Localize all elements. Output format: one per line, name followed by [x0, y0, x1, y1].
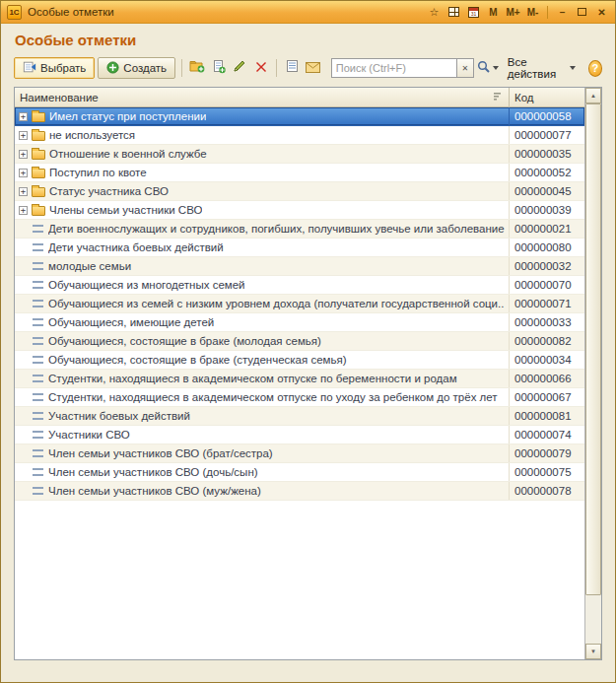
list-main: Наименование Код Имел статус при поступл… [15, 88, 584, 659]
row-code: 000000033 [509, 313, 584, 331]
maximize-button[interactable] [575, 5, 589, 20]
row-code: 000000082 [509, 332, 584, 350]
favorites-star-icon[interactable] [427, 5, 442, 20]
memory-mplus-button[interactable]: M+ [506, 5, 520, 20]
row-name-cell: Участники СВО [15, 426, 509, 444]
row-name: Статус участника СВО [49, 185, 169, 197]
create-button[interactable]: Создать [98, 57, 175, 79]
scroll-up-arrow-icon[interactable] [585, 88, 601, 103]
table-row[interactable]: Студентки, находящиеся в академическом о… [15, 370, 584, 388]
row-code: 000000021 [509, 220, 584, 238]
row-code: 000000074 [509, 426, 584, 444]
calendar-icon[interactable]: 31 [466, 5, 481, 20]
column-code-label: Код [514, 92, 534, 103]
table-row[interactable]: Участник боевых действий000000081 [15, 407, 584, 426]
select-button-label: Выбрать [40, 62, 86, 74]
create-copy-button[interactable] [209, 57, 228, 79]
item-icon [33, 375, 43, 382]
expand-spacer [19, 412, 28, 421]
table-row[interactable]: Обучающиеся, имеющие детей000000033 [15, 313, 584, 332]
search-input[interactable] [331, 58, 457, 78]
column-name-label: Наименование [20, 92, 489, 103]
table-row[interactable]: Член семьи участников СВО (муж/жена)0000… [15, 482, 584, 501]
table-row[interactable]: Отношение к военной службе000000035 [15, 145, 584, 164]
titlebar[interactable]: 1С Особые отметки 31 M M+ M- [1, 1, 615, 24]
row-name-cell: Член семьи участников СВО (муж/жена) [15, 482, 509, 500]
calculator-icon[interactable] [446, 5, 461, 20]
folder-plus-icon [189, 59, 205, 77]
memory-m-button[interactable]: M [486, 5, 501, 20]
app-logo-icon: 1С [7, 5, 22, 20]
row-name: Отношение к военной службе [49, 148, 207, 160]
scrollbar-thumb[interactable] [585, 103, 601, 595]
item-icon [33, 468, 43, 476]
table-row[interactable]: Дети участника боевых действий000000080 [15, 239, 584, 257]
expand-icon[interactable] [19, 131, 28, 140]
titlebar-divider [547, 6, 548, 19]
expand-icon[interactable] [19, 169, 28, 177]
magnifier-icon [477, 59, 490, 77]
memory-mminus-button[interactable]: M- [525, 5, 540, 20]
row-name: Член семьи участников СВО (дочь/сын) [48, 466, 258, 478]
chevron-down-icon [493, 66, 499, 70]
table-row[interactable]: не используется000000077 [15, 126, 584, 145]
row-name: Дети военнослужащих и сотрудников, погиб… [48, 223, 505, 235]
row-name-cell: Член семьи участников СВО (брат/сестра) [15, 444, 509, 462]
list-output-button[interactable] [283, 57, 302, 79]
table-row[interactable]: молодые семьи000000032 [15, 257, 584, 276]
table-row[interactable]: Студентки, находящиеся в академическом о… [15, 388, 584, 407]
table-row[interactable]: Член семьи участников СВО (брат/сестра)0… [15, 444, 584, 463]
table-row[interactable]: Обучающиеся, состоящие в браке (студенче… [15, 351, 584, 370]
table-row[interactable]: Поступил по квоте000000052 [15, 164, 584, 182]
folder-icon [32, 150, 45, 160]
table-row[interactable]: Имел статус при поступлении000000058 [15, 107, 584, 126]
sort-icon[interactable] [493, 91, 504, 103]
row-name-cell: Имел статус при поступлении [15, 107, 509, 125]
edit-button[interactable] [231, 57, 249, 79]
expand-icon[interactable] [19, 150, 28, 159]
table-row[interactable]: Обучающиеся из семей с низким уровнем до… [15, 295, 584, 313]
table-row[interactable]: Обучающиеся, состоящие в браке (молодая … [15, 332, 584, 351]
envelope-icon [306, 59, 320, 77]
table-row[interactable]: Члены семьи участники СВО000000039 [15, 201, 584, 220]
row-code: 000000080 [509, 239, 584, 256]
table-row[interactable]: Статус участника СВО000000045 [15, 182, 584, 201]
all-actions-button[interactable]: Все действия [502, 57, 582, 79]
table-row[interactable]: Член семьи участников СВО (дочь/сын)0000… [15, 463, 584, 482]
create-button-label: Создать [123, 62, 167, 74]
table-row[interactable]: Участники СВО000000074 [15, 426, 584, 444]
row-name-cell: Дети участника боевых действий [15, 239, 509, 256]
help-button[interactable]: ? [588, 60, 602, 77]
mail-button[interactable] [304, 57, 322, 79]
row-name-cell: не используется [15, 126, 509, 144]
folder-icon [32, 206, 45, 216]
scroll-down-arrow-icon[interactable] [585, 644, 601, 659]
row-name-cell: молодые семьи [15, 257, 509, 275]
vertical-scrollbar[interactable] [584, 88, 601, 659]
expand-icon[interactable] [19, 112, 28, 121]
create-group-button[interactable] [188, 57, 207, 79]
scrollbar-track[interactable] [585, 103, 601, 644]
close-button[interactable] [594, 5, 609, 20]
expand-spacer [19, 487, 28, 496]
expand-icon[interactable] [19, 206, 28, 215]
table-row[interactable]: Дети военнослужащих и сотрудников, погиб… [15, 220, 584, 239]
app-window: 1С Особые отметки 31 M M+ M- Особые отме… [0, 0, 616, 683]
item-icon [33, 431, 43, 439]
expand-spacer [19, 431, 28, 440]
row-code: 000000079 [509, 444, 584, 462]
minimize-button[interactable] [555, 5, 570, 20]
delete-button[interactable] [251, 57, 270, 79]
row-name-cell: Поступил по квоте [15, 164, 509, 181]
select-button[interactable]: Выбрать [14, 57, 95, 79]
column-header-name[interactable]: Наименование [15, 88, 509, 106]
table-row[interactable]: Обучающиеся из многодетных семей00000007… [15, 276, 584, 295]
expand-spacer [19, 449, 28, 458]
search-options-button[interactable] [477, 57, 499, 79]
document-icon [286, 59, 299, 77]
expand-icon[interactable] [19, 187, 28, 196]
column-header-code[interactable]: Код [509, 88, 584, 106]
catalog-list: Наименование Код Имел статус при поступл… [14, 87, 602, 660]
expand-spacer [19, 300, 28, 308]
search-clear-button[interactable] [457, 58, 474, 78]
